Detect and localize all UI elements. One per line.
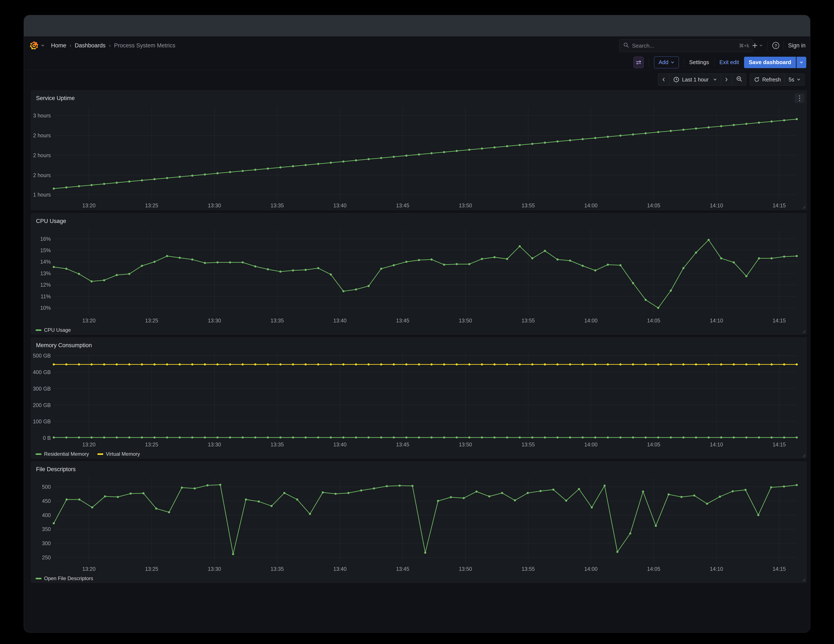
save-dashboard-caret[interactable] [797, 57, 806, 68]
breadcrumb-separator: › [70, 42, 71, 48]
exit-edit-button[interactable]: Exit edit [719, 59, 739, 66]
legend-item[interactable]: Virtual Memory [97, 451, 140, 457]
add-panel-button[interactable]: Add [654, 56, 679, 68]
svg-text:13:55: 13:55 [522, 318, 535, 323]
svg-text:350: 350 [42, 526, 51, 532]
panel-cpu-usage: CPU Usage 13:2013:2513:3013:3513:4013:45… [31, 213, 807, 334]
svg-text:13:20: 13:20 [82, 442, 96, 447]
svg-text:12%: 12% [40, 282, 51, 288]
time-range-label: Last 1 hour [682, 77, 708, 83]
svg-text:15%: 15% [40, 247, 51, 253]
panel-header: Memory Consumption [31, 338, 807, 351]
zoom-out-icon [736, 76, 742, 83]
svg-text:14:00: 14:00 [584, 318, 598, 323]
breadcrumb-home[interactable]: Home [51, 42, 66, 49]
chart-legend: Open File Descriptors [31, 574, 807, 583]
panel-resize-handle[interactable] [802, 205, 806, 209]
refresh-icon [754, 77, 760, 82]
toggle-edit-pane-button[interactable] [634, 57, 644, 68]
svg-text:13:35: 13:35 [270, 202, 284, 208]
svg-text:13:40: 13:40 [333, 566, 347, 572]
divider [649, 58, 649, 67]
panel-header: File Descriptors [31, 462, 807, 475]
svg-text:14:15: 14:15 [773, 318, 786, 323]
time-range-picker[interactable]: Last 1 hour [669, 73, 721, 86]
search-placeholder: Search... [632, 42, 654, 49]
svg-text:13:25: 13:25 [145, 566, 158, 572]
svg-text:13:45: 13:45 [396, 566, 409, 572]
add-menu-button[interactable] [752, 42, 763, 48]
grafana-logo[interactable] [29, 41, 45, 50]
svg-text:13:25: 13:25 [145, 442, 158, 447]
svg-text:500: 500 [42, 484, 51, 490]
svg-text:14:05: 14:05 [647, 566, 660, 572]
grafana-nav-bar: Home › Dashboards › Process System Metri… [24, 36, 810, 55]
panel-title: CPU Usage [36, 218, 66, 224]
legend-item[interactable]: CPU Usage [36, 327, 71, 333]
file-descriptors-chart[interactable]: 13:2013:2513:3013:3513:4013:4513:5013:55… [32, 475, 805, 573]
help-icon: ? [771, 41, 780, 50]
svg-text:14:00: 14:00 [584, 202, 598, 208]
svg-text:13:35: 13:35 [270, 442, 284, 447]
svg-text:14:10: 14:10 [710, 566, 723, 572]
memory-chart[interactable]: 13:2013:2513:3013:3513:4013:4513:5013:55… [32, 351, 805, 449]
dashboard-settings-button[interactable]: Settings [689, 59, 709, 66]
panel-resize-handle[interactable] [802, 329, 806, 333]
zoom-out-button[interactable] [732, 73, 747, 86]
svg-text:13:30: 13:30 [208, 202, 221, 208]
svg-text:13:35: 13:35 [270, 318, 284, 323]
refresh-button[interactable]: Refresh [750, 73, 785, 86]
panel-resize-handle[interactable] [802, 578, 806, 582]
svg-text:0 B: 0 B [43, 435, 51, 441]
uptime-chart[interactable]: 13:2013:2513:3013:3513:4013:4513:5013:55… [32, 104, 805, 210]
breadcrumb-dashboards[interactable]: Dashboards [75, 42, 106, 49]
svg-text:200 GB: 200 GB [33, 402, 51, 408]
panel-title: Service Uptime [36, 95, 75, 102]
legend-color-dash [97, 454, 103, 455]
legend-item[interactable]: Open File Descriptors [36, 575, 93, 581]
time-back-button[interactable] [658, 73, 669, 86]
svg-text:13:25: 13:25 [145, 202, 158, 208]
svg-text:13:25: 13:25 [145, 318, 158, 323]
cpu-chart[interactable]: 13:2013:2513:3013:3513:4013:4513:5013:55… [32, 227, 805, 324]
panel-header: Service Uptime [31, 90, 807, 104]
search-input[interactable]: Search... ⌘+k [619, 39, 753, 52]
svg-text:13:45: 13:45 [396, 318, 409, 323]
refresh-interval-picker[interactable]: 5s [785, 73, 805, 86]
svg-text:400 GB: 400 GB [33, 369, 51, 375]
sign-in-button[interactable]: Sign in [788, 42, 806, 49]
refresh-label: Refresh [762, 77, 781, 83]
divider [714, 58, 714, 67]
search-shortcut: ⌘+k [739, 43, 749, 48]
svg-text:13:20: 13:20 [82, 202, 96, 208]
browser-toolbar: Private localhost A文 [24, 15, 810, 36]
chevron-down-icon [800, 61, 803, 64]
svg-text:14%: 14% [40, 259, 51, 265]
chevron-down-icon [671, 61, 674, 64]
svg-text:13:55: 13:55 [522, 202, 535, 208]
panel-menu-icon[interactable] [795, 93, 804, 103]
svg-text:13:50: 13:50 [459, 318, 472, 323]
svg-text:13:40: 13:40 [333, 442, 347, 447]
screen: Private localhost A文 [0, 0, 834, 644]
panel-file-descriptors: File Descriptors 13:2013:2513:3013:3513:… [31, 462, 807, 583]
time-forward-button[interactable] [721, 73, 732, 86]
chevron-down-icon [713, 78, 717, 81]
svg-text:14:10: 14:10 [710, 442, 723, 447]
svg-text:13:30: 13:30 [208, 442, 221, 447]
legend-item[interactable]: Residential Memory [36, 451, 89, 457]
save-dashboard-button[interactable]: Save dashboard [744, 57, 796, 68]
svg-text:11%: 11% [40, 294, 51, 299]
svg-text:13%: 13% [40, 270, 51, 276]
chevron-down-icon [797, 78, 800, 81]
panel-resize-handle[interactable] [802, 453, 806, 457]
panel-service-uptime: Service Uptime 13:2013:2513:3013:3513:40… [31, 90, 807, 210]
svg-text:3 hours: 3 hours [33, 113, 51, 118]
logo-caret-icon [41, 44, 45, 47]
svg-text:500 GB: 500 GB [33, 353, 51, 358]
swap-arrows-icon [635, 60, 642, 65]
svg-text:13:45: 13:45 [396, 442, 409, 447]
help-button[interactable]: ? [771, 41, 780, 50]
svg-text:14:15: 14:15 [773, 442, 786, 447]
svg-text:13:40: 13:40 [333, 202, 347, 208]
